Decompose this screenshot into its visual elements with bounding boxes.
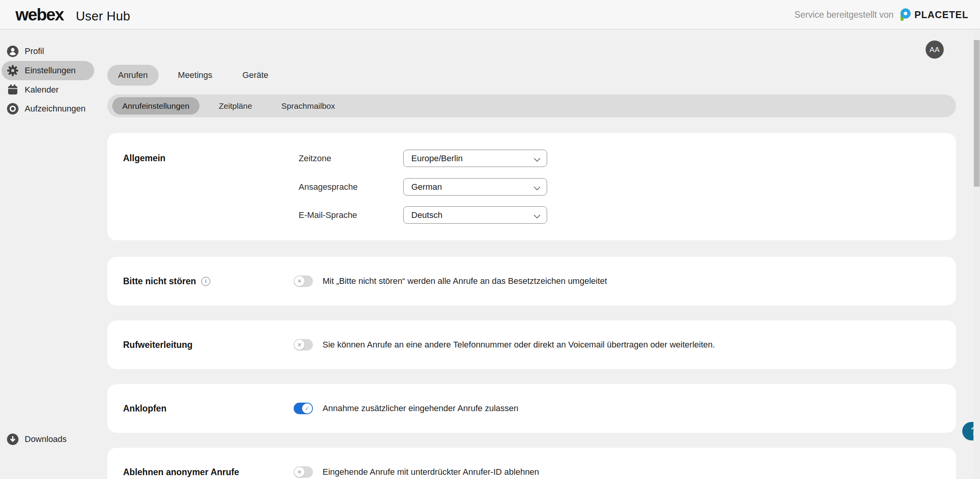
scrollbar-thumb[interactable] (974, 40, 980, 187)
section-title: Anklopfen (123, 403, 166, 414)
call-forwarding-toggle[interactable]: ✕ (294, 339, 313, 351)
info-icon[interactable]: i (201, 277, 210, 286)
section-title: Ablehnen anonymer Anrufe (123, 467, 239, 477)
card-anklopfen: Anklopfen ✓ Annahme zusätzlicher eingehe… (107, 384, 956, 433)
sidebar-item-einstellungen[interactable]: Einstellungen (2, 61, 94, 80)
setting-description: Sie können Anrufe an eine andere Telefon… (323, 320, 715, 369)
page-title: User Hub (76, 9, 130, 24)
tab-label: Geräte (242, 70, 268, 80)
call-waiting-toggle[interactable]: ✓ (294, 403, 313, 414)
gear-icon (6, 64, 19, 77)
placetel-logo-icon (899, 8, 911, 21)
download-icon (6, 433, 19, 446)
tab-meetings[interactable]: Meetings (167, 65, 223, 86)
ansagesprache-dropdown[interactable]: German (403, 178, 547, 196)
card-rufweiterleitung: Rufweiterleitung ✕ Sie können Anrufe an … (107, 320, 956, 369)
setting-description: Mit „Bitte nicht stören“ werden alle Anr… (323, 257, 607, 305)
sidebar-item-aufzeichnungen[interactable]: Aufzeichnungen (2, 99, 94, 118)
subtab-label: Anrufeinstellungen (122, 101, 189, 111)
sidebar-item-label: Profil (25, 46, 44, 56)
toggle-x-icon: ✕ (294, 276, 304, 286)
field-label-zeitzone: Zeitzone (299, 150, 331, 167)
subtab-label: Zeitpläne (219, 101, 252, 111)
toggle-x-icon: ✕ (294, 340, 304, 350)
user-avatar[interactable]: AA (926, 40, 944, 59)
sidebar-item-kalender[interactable]: Kalender (2, 80, 94, 100)
field-label-email-sprache: E-Mail-Sprache (299, 206, 357, 224)
service-provided-by-label: Service bereitgestellt von (794, 10, 894, 20)
dropdown-value: Deutsch (411, 210, 443, 220)
main-tabs: Anrufen Meetings Geräte (107, 65, 279, 86)
anonymous-call-rejection-toggle[interactable]: ✕ (294, 466, 313, 478)
tab-label: Anrufen (118, 70, 148, 80)
zeitzone-dropdown[interactable]: Europe/Berlin (403, 150, 547, 167)
calendar-icon (6, 83, 19, 96)
card-allgemein: Allgemein Zeitzone Europe/Berlin Ansages… (107, 133, 956, 240)
subtab-anrufeinstellungen[interactable]: Anrufeinstellungen (112, 97, 199, 115)
webex-logo-text: webex (15, 5, 64, 24)
subtab-zeitplaene[interactable]: Zeitpläne (209, 97, 262, 115)
email-sprache-dropdown[interactable]: Deutsch (403, 206, 547, 224)
placetel-brand: PLACETEL (899, 8, 968, 21)
subtab-label: Sprachmailbox (281, 101, 335, 111)
tab-geraete[interactable]: Geräte (231, 65, 279, 86)
service-provider-area: Service bereitgestellt von PLACETEL (794, 0, 968, 29)
placetel-logo-text: PLACETEL (914, 9, 968, 20)
tab-anrufen[interactable]: Anrufen (107, 65, 159, 86)
field-label-ansagesprache: Ansagesprache (299, 178, 358, 196)
sidebar-item-label: Kalender (25, 85, 59, 95)
section-title: Rufweiterleitung (123, 340, 193, 350)
record-icon (6, 102, 19, 115)
dropdown-value: Europe/Berlin (411, 153, 463, 164)
toggle-x-icon: ✕ (294, 467, 304, 477)
card-bitte-nicht-stoeren: Bitte nicht stören i ✕ Mit „Bitte nicht … (107, 257, 956, 305)
subtab-sprachmailbox[interactable]: Sprachmailbox (271, 97, 345, 115)
section-title: Allgemein (123, 153, 166, 164)
section-title: Bitte nicht stören (123, 276, 196, 287)
sidebar-item-label: Aufzeichnungen (25, 104, 86, 114)
card-ablehnen-anonymer-anrufe: Ablehnen anonymer Anrufe ✕ Eingehende An… (107, 448, 956, 479)
chevron-down-icon (534, 185, 541, 192)
sidebar-item-label: Downloads (25, 434, 67, 444)
setting-description: Annahme zusätzlicher eingehender Anrufe … (323, 384, 519, 433)
webex-logo[interactable]: webex User Hub (15, 5, 130, 24)
chevron-down-icon (534, 157, 541, 164)
toggle-check-icon: ✓ (302, 403, 312, 413)
sub-tab-bar: Anrufeinstellungen Zeitpläne Sprachmailb… (107, 94, 956, 117)
profile-icon (6, 45, 19, 58)
sidebar: Profil Einstellungen (0, 29, 96, 479)
sidebar-item-profil[interactable]: Profil (2, 42, 94, 61)
sidebar-item-downloads[interactable]: Downloads (2, 430, 94, 449)
tab-label: Meetings (178, 70, 212, 80)
dropdown-value: German (411, 182, 442, 192)
app-header: webex User Hub Service bereitgestellt vo… (0, 0, 980, 29)
avatar-initials: AA (929, 46, 939, 54)
chevron-down-icon (534, 213, 541, 220)
sidebar-item-label: Einstellungen (25, 66, 76, 76)
dnd-toggle[interactable]: ✕ (294, 275, 313, 287)
setting-description: Eingehende Anrufe mit unterdrückter Anru… (323, 448, 539, 479)
